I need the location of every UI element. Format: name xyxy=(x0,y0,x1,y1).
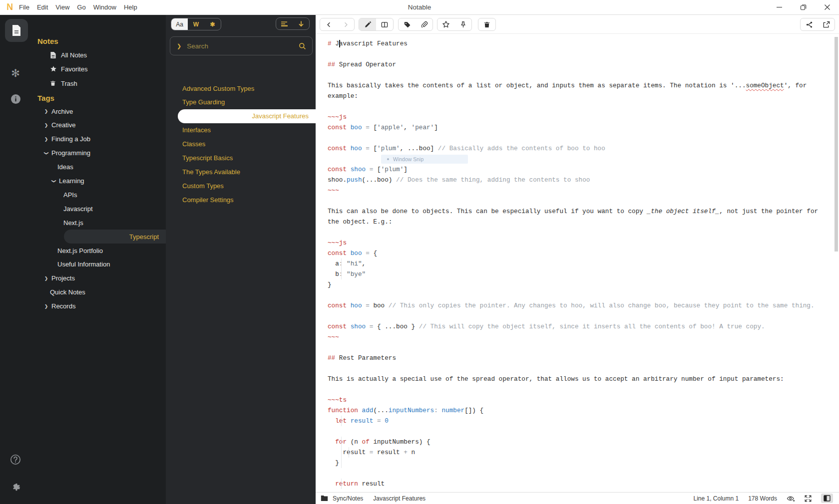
menu-bar: FileEditViewGoWindowHelp xyxy=(19,0,137,14)
tag-item-quick-notes[interactable]: Quick Notes xyxy=(31,285,166,299)
tag-item-projects[interactable]: ❯Projects xyxy=(31,271,166,285)
tag-item-learning[interactable]: ❯Learning xyxy=(31,174,166,188)
forward-icon[interactable] xyxy=(337,18,354,30)
note-document-icon xyxy=(11,24,21,36)
note-title: Advanced Custom Types xyxy=(182,85,254,92)
tag-label: Next.js Portfolio xyxy=(57,247,103,254)
minimize-button[interactable] xyxy=(772,0,787,14)
code-line xyxy=(328,311,824,321)
tag-label: Learning xyxy=(59,177,84,185)
notable-logo-icon: N xyxy=(6,2,13,12)
chevron-right-icon[interactable]: ❯ xyxy=(44,137,48,142)
view-segment-w[interactable]: W xyxy=(188,18,204,30)
tag-item-useful-information[interactable]: Useful Information xyxy=(31,257,166,271)
code-line: const hoo = boo // This only copies the … xyxy=(328,300,824,311)
view-segment-aa[interactable]: Aa xyxy=(171,18,188,30)
edit-mode-icon[interactable] xyxy=(359,18,376,30)
tag-item-creative[interactable]: ❯Creative xyxy=(31,118,166,132)
sidebar-item-trash[interactable]: Trash xyxy=(31,76,166,90)
settings-icon[interactable] xyxy=(0,481,31,492)
code-line xyxy=(328,196,824,206)
status-word-count: 178 Words xyxy=(748,495,777,502)
sidebar-item-label: Trash xyxy=(61,80,77,87)
tag-label: Useful Information xyxy=(57,260,110,268)
tag-item-apis[interactable]: APIs xyxy=(31,188,166,202)
sidebar-item-favorites[interactable]: Favorites xyxy=(31,62,166,76)
note-title: Type Guarding xyxy=(182,98,225,106)
status-notes-path[interactable]: Sync/Notes xyxy=(333,495,363,502)
note-item-classes[interactable]: Classes xyxy=(166,137,316,151)
window-snip-ghost: Window Snip xyxy=(381,155,468,164)
sidebar-item-all-notes[interactable]: All Notes xyxy=(31,48,166,62)
tag-item-archive[interactable]: ❯Archive xyxy=(31,104,166,118)
favorite-icon[interactable] xyxy=(437,18,454,30)
tag-item-finding-a-job[interactable]: ❯Finding a Job xyxy=(31,132,166,146)
search-input[interactable] xyxy=(186,42,299,50)
tag-item-records[interactable]: ❯Records xyxy=(31,299,166,313)
code-line: ~~~js xyxy=(328,112,824,122)
tag-item-typescript[interactable]: Typescript xyxy=(31,230,166,244)
note-item-compiler-settings[interactable]: Compiler Settings xyxy=(166,193,316,207)
markdown-editor[interactable]: # Javascript Features## Spread OperatorT… xyxy=(316,34,839,492)
tag-item-ideas[interactable]: Ideas xyxy=(31,160,166,174)
tag-item-programming[interactable]: ❯Programming xyxy=(31,146,166,160)
sort-direction-icon[interactable] xyxy=(293,18,309,29)
sort-lines-icon[interactable] xyxy=(276,18,293,29)
note-item-advanced-custom-types[interactable]: Advanced Custom Types xyxy=(166,81,316,95)
info-icon[interactable] xyxy=(0,94,31,104)
menu-help[interactable]: Help xyxy=(124,3,137,11)
markdown-source[interactable]: # Javascript Features## Spread OperatorT… xyxy=(316,34,839,489)
text-cursor xyxy=(339,40,340,47)
menu-edit[interactable]: Edit xyxy=(37,3,48,11)
close-button[interactable] xyxy=(820,0,835,14)
tag-icon[interactable] xyxy=(399,18,416,30)
editor-scrollbar[interactable] xyxy=(835,37,838,252)
tag-item-next-js-portfolio[interactable]: Next.js Portfolio xyxy=(31,244,166,257)
chevron-down-icon[interactable]: ❯ xyxy=(44,151,49,155)
view-segment-[interactable]: ✱ xyxy=(204,18,221,30)
tag-item-next-js[interactable]: Next.js xyxy=(31,216,166,230)
chevron-right-icon[interactable]: ❯ xyxy=(44,276,48,281)
code-line: This is actually a special use of the sp… xyxy=(328,374,824,384)
attachment-icon[interactable] xyxy=(416,18,432,30)
note-item-the-types-available[interactable]: The Types Available xyxy=(166,165,316,179)
help-icon[interactable] xyxy=(0,454,31,465)
open-external-icon[interactable] xyxy=(818,18,835,30)
selected-note-pill[interactable]: Javascript Features xyxy=(178,109,316,123)
preview-off-icon[interactable] xyxy=(787,495,795,502)
note-title: The Types Available xyxy=(182,168,240,176)
pin-icon[interactable] xyxy=(454,18,471,30)
menu-window[interactable]: Window xyxy=(93,3,116,11)
share-icon[interactable] xyxy=(801,18,818,30)
indent-guide xyxy=(341,269,342,279)
notes-view-button[interactable] xyxy=(5,19,28,42)
note-item-typescript-basics[interactable]: Typescript Basics xyxy=(166,151,316,165)
split-editor-icon[interactable] xyxy=(821,494,833,503)
search-icon[interactable] xyxy=(299,42,306,50)
chevron-right-icon[interactable]: ❯ xyxy=(44,109,48,114)
note-item-custom-types[interactable]: Custom Types xyxy=(166,179,316,193)
tag-item-javascript[interactable]: Javascript xyxy=(31,202,166,216)
menu-view[interactable]: View xyxy=(55,3,69,11)
code-line: for (n of inputNumbers) { xyxy=(328,437,824,447)
trash-note-icon[interactable] xyxy=(478,18,495,30)
note-item-type-guarding[interactable]: Type Guarding xyxy=(166,95,316,109)
code-line: # Javascript Features xyxy=(328,38,824,49)
restore-button[interactable] xyxy=(796,0,811,14)
tag-label: Next.js xyxy=(63,219,83,227)
chevron-down-icon[interactable]: ❯ xyxy=(51,179,56,183)
chevron-right-icon[interactable]: ❯ xyxy=(44,123,48,128)
menu-file[interactable]: File xyxy=(19,3,29,11)
chevron-right-icon[interactable]: ❯ xyxy=(44,304,48,309)
tags-graph-icon[interactable]: ✻ xyxy=(0,67,31,79)
search-chevron-icon[interactable]: ❯ xyxy=(177,43,181,49)
code-line: let result = 0 xyxy=(328,416,824,426)
back-icon[interactable] xyxy=(320,18,337,30)
split-view-icon[interactable] xyxy=(376,18,393,30)
note-item-javascript-features[interactable]: Javascript Features xyxy=(166,109,316,123)
zen-mode-icon[interactable] xyxy=(805,495,812,502)
note-item-interfaces[interactable]: Interfaces xyxy=(166,123,316,137)
titlebar: N FileEditViewGoWindowHelp Notable xyxy=(0,0,839,15)
selected-tag-pill[interactable]: Typescript xyxy=(64,230,166,244)
menu-go[interactable]: Go xyxy=(77,3,85,11)
